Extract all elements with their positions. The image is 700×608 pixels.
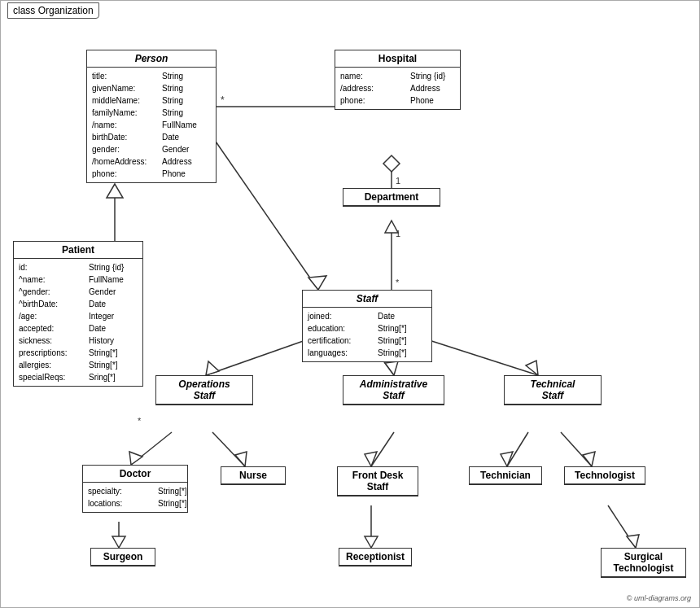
operations-staff-class: OperationsStaff xyxy=(155,375,253,405)
technical-staff-class: TechnicalStaff xyxy=(504,375,602,405)
surgical-technologist-class: SurgicalTechnologist xyxy=(601,548,686,578)
svg-marker-30 xyxy=(112,536,125,548)
doctor-class: Doctor specialty:String[*] locations:Str… xyxy=(82,465,188,513)
svg-text:*: * xyxy=(221,94,225,106)
svg-marker-18 xyxy=(526,361,538,375)
staff-class: Staff joined:Date education:String[*] ce… xyxy=(302,290,432,362)
svg-marker-12 xyxy=(308,276,326,290)
svg-line-11 xyxy=(214,139,318,290)
department-class: Department xyxy=(343,188,440,207)
administrative-staff-class: AdministrativeStaff xyxy=(343,375,444,405)
svg-marker-22 xyxy=(235,452,247,466)
front-desk-staff-class: Front DeskStaff xyxy=(337,466,418,496)
surgical-technologist-title: SurgicalTechnologist xyxy=(602,549,685,577)
svg-marker-34 xyxy=(627,535,639,548)
svg-line-13 xyxy=(206,339,310,375)
svg-line-21 xyxy=(212,432,245,466)
surgeon-title: Surgeon xyxy=(91,549,155,566)
svg-text:1: 1 xyxy=(396,229,400,238)
copyright: © uml-diagrams.org xyxy=(627,594,691,602)
doctor-body: specialty:String[*] locations:String[*] xyxy=(83,483,187,512)
hospital-title: Hospital xyxy=(335,50,460,68)
person-title: Person xyxy=(87,50,216,68)
department-title: Department xyxy=(343,189,440,206)
front-desk-staff-title: Front DeskStaff xyxy=(338,467,418,496)
svg-marker-20 xyxy=(129,452,142,465)
receptionist-title: Receptionist xyxy=(339,549,411,566)
svg-text:1: 1 xyxy=(396,176,400,186)
svg-line-25 xyxy=(507,432,528,466)
staff-body: joined:Date education:String[*] certific… xyxy=(303,308,431,361)
svg-text:*: * xyxy=(396,278,400,287)
technician-title: Technician xyxy=(470,467,541,484)
svg-marker-8 xyxy=(385,221,398,233)
svg-marker-32 xyxy=(365,536,378,548)
hospital-body: name:String {id} /address:Address phone:… xyxy=(335,68,460,109)
diagram-container: class Organization * 1 1 * xyxy=(0,0,700,608)
receptionist-class: Receptionist xyxy=(339,548,412,566)
patient-title: Patient xyxy=(14,242,142,259)
technologist-class: Technologist xyxy=(564,466,645,485)
svg-line-23 xyxy=(371,432,394,466)
nurse-class: Nurse xyxy=(221,466,286,485)
svg-line-33 xyxy=(608,505,636,548)
surgeon-class: Surgeon xyxy=(90,548,155,566)
svg-marker-24 xyxy=(365,452,377,466)
administrative-staff-title: AdministrativeStaff xyxy=(343,376,444,405)
hospital-class: Hospital name:String {id} /address:Addre… xyxy=(335,50,461,110)
technician-class: Technician xyxy=(469,466,542,485)
svg-marker-26 xyxy=(501,452,513,466)
person-body: title:String givenName:String middleName… xyxy=(87,68,216,182)
patient-body: id:String {id} ^name:FullName ^gender:Ge… xyxy=(14,259,142,386)
svg-text:*: * xyxy=(138,416,142,426)
person-class: Person title:String givenName:String mid… xyxy=(86,50,217,183)
diagram-title: class Organization xyxy=(7,2,99,19)
svg-line-17 xyxy=(424,339,538,375)
technologist-title: Technologist xyxy=(565,467,645,484)
doctor-title: Doctor xyxy=(83,466,187,483)
svg-marker-28 xyxy=(583,452,595,466)
svg-marker-14 xyxy=(206,361,219,375)
patient-class: Patient id:String {id} ^name:FullName ^g… xyxy=(13,241,143,387)
operations-staff-title: OperationsStaff xyxy=(156,376,252,405)
svg-marker-16 xyxy=(385,361,398,375)
svg-marker-10 xyxy=(107,184,123,198)
svg-marker-3 xyxy=(383,155,400,172)
svg-line-19 xyxy=(131,432,172,465)
technical-staff-title: TechnicalStaff xyxy=(505,376,601,405)
staff-title: Staff xyxy=(303,291,431,308)
svg-line-27 xyxy=(561,432,592,466)
nurse-title: Nurse xyxy=(221,467,285,484)
